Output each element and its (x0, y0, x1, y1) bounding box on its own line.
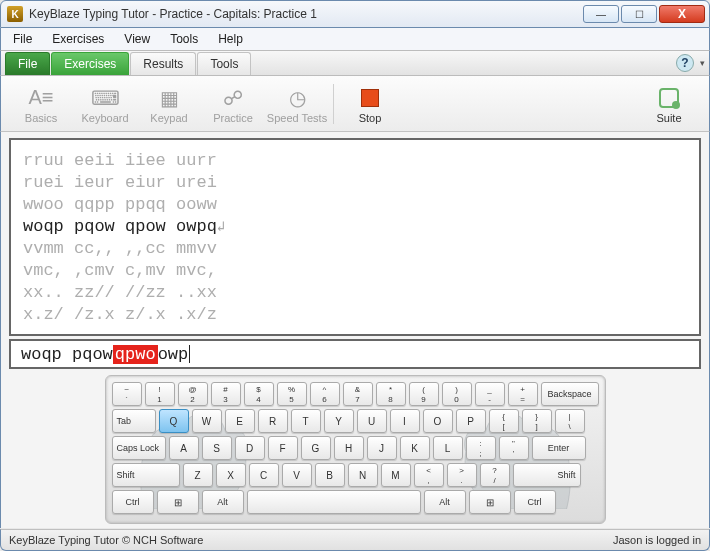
key-L[interactable]: L (433, 436, 463, 460)
key-T[interactable]: T (291, 409, 321, 433)
basics-icon: A≡ (9, 84, 73, 112)
key-alt-left[interactable]: Alt (202, 490, 244, 514)
menubar: File Exercises View Tools Help (0, 28, 710, 50)
key-,[interactable]: <, (414, 463, 444, 487)
key-0[interactable]: )0 (442, 382, 472, 406)
typed-correct: woqp pqow (21, 345, 113, 364)
menu-view[interactable]: View (116, 30, 158, 48)
key-1[interactable]: !1 (145, 382, 175, 406)
key-P[interactable]: P (456, 409, 486, 433)
typed-after: owp (158, 345, 189, 364)
key-O[interactable]: O (423, 409, 453, 433)
key-shift-left[interactable]: Shift (112, 463, 180, 487)
key-ctrl-left[interactable]: Ctrl (112, 490, 154, 514)
key-I[interactable]: I (390, 409, 420, 433)
key-6[interactable]: ^6 (310, 382, 340, 406)
key-N[interactable]: N (348, 463, 378, 487)
key-M[interactable]: M (381, 463, 411, 487)
key-capslock[interactable]: Caps Lock (112, 436, 166, 460)
key-J[interactable]: J (367, 436, 397, 460)
key-H[interactable]: H (334, 436, 364, 460)
key-[[interactable]: {[ (489, 409, 519, 433)
key-.[interactable]: >. (447, 463, 477, 487)
close-button[interactable]: X (659, 5, 705, 23)
key-tab[interactable]: Tab (112, 409, 156, 433)
practice-text-box: rruu eeii iiee uurrruei ieur eiur ureiww… (9, 138, 701, 336)
key-7[interactable]: &7 (343, 382, 373, 406)
key-5[interactable]: %5 (277, 382, 307, 406)
key-R[interactable]: R (258, 409, 288, 433)
tool-practice: ☍ Practice (201, 84, 265, 124)
text-cursor (189, 345, 190, 363)
tool-keyboard: ⌨ Keyboard (73, 84, 137, 124)
key-enter[interactable]: Enter (532, 436, 586, 460)
key-/[interactable]: ?/ (480, 463, 510, 487)
key-backspace[interactable]: Backspace (541, 382, 599, 406)
key-ctrl-right[interactable]: Ctrl (514, 490, 556, 514)
menu-exercises[interactable]: Exercises (44, 30, 112, 48)
toolbar-separator (333, 84, 334, 124)
typing-input[interactable]: woqp pqow qpwo owp (9, 339, 701, 369)
app-icon: K (7, 6, 23, 22)
key-V[interactable]: V (282, 463, 312, 487)
key-win-left[interactable]: ⊞ (157, 490, 199, 514)
stop-icon (338, 84, 402, 112)
help-button[interactable]: ? (676, 54, 694, 72)
tab-file[interactable]: File (5, 52, 50, 75)
key-F[interactable]: F (268, 436, 298, 460)
typed-error: qpwo (113, 345, 158, 364)
key-2[interactable]: @2 (178, 382, 208, 406)
key-D[interactable]: D (235, 436, 265, 460)
key-8[interactable]: *8 (376, 382, 406, 406)
status-left: KeyBlaze Typing Tutor © NCH Software (9, 534, 203, 546)
key-shift-right[interactable]: Shift (513, 463, 581, 487)
key-space[interactable] (247, 490, 421, 514)
key-=[interactable]: += (508, 382, 538, 406)
key-X[interactable]: X (216, 463, 246, 487)
key-;[interactable]: :; (466, 436, 496, 460)
menu-file[interactable]: File (5, 30, 40, 48)
key-`[interactable]: ~` (112, 382, 142, 406)
keyboard-icon: ⌨ (73, 84, 137, 112)
key-Z[interactable]: Z (183, 463, 213, 487)
keyboard-area: ~`!1@2#3$4%5^6&7*8(9)0_-+=BackspaceTabQW… (9, 375, 701, 524)
window-title: KeyBlaze Typing Tutor - Practice - Capit… (29, 7, 581, 21)
key-G[interactable]: G (301, 436, 331, 460)
tool-stop[interactable]: Stop (338, 84, 402, 124)
key--[interactable]: _- (475, 382, 505, 406)
key-Q[interactable]: Q (159, 409, 189, 433)
tab-exercises[interactable]: Exercises (51, 52, 129, 75)
key-\[interactable]: |\ (555, 409, 585, 433)
key-alt-right[interactable]: Alt (424, 490, 466, 514)
key-E[interactable]: E (225, 409, 255, 433)
key-S[interactable]: S (202, 436, 232, 460)
tool-suite[interactable]: Suite (637, 84, 701, 124)
key-'[interactable]: "' (499, 436, 529, 460)
key-C[interactable]: C (249, 463, 279, 487)
key-A[interactable]: A (169, 436, 199, 460)
tool-basics: A≡ Basics (9, 84, 73, 124)
status-right: Jason is logged in (613, 534, 701, 546)
key-][interactable]: }] (522, 409, 552, 433)
key-4[interactable]: $4 (244, 382, 274, 406)
key-U[interactable]: U (357, 409, 387, 433)
menu-help[interactable]: Help (210, 30, 251, 48)
key-B[interactable]: B (315, 463, 345, 487)
practice-line: rruu eeii iiee uurr (23, 150, 687, 172)
keypad-icon: ▦ (137, 84, 201, 112)
key-K[interactable]: K (400, 436, 430, 460)
maximize-button[interactable]: ☐ (621, 5, 657, 23)
key-W[interactable]: W (192, 409, 222, 433)
minimize-button[interactable]: — (583, 5, 619, 23)
tab-results[interactable]: Results (130, 52, 196, 75)
titlebar: K KeyBlaze Typing Tutor - Practice - Cap… (0, 0, 710, 28)
key-9[interactable]: (9 (409, 382, 439, 406)
key-Y[interactable]: Y (324, 409, 354, 433)
practice-line: wwoo qqpp ppqq ooww (23, 194, 687, 216)
key-win-right[interactable]: ⊞ (469, 490, 511, 514)
menu-tools[interactable]: Tools (162, 30, 206, 48)
status-bar: KeyBlaze Typing Tutor © NCH Software Jas… (0, 529, 710, 551)
tab-tools[interactable]: Tools (197, 52, 251, 75)
key-3[interactable]: #3 (211, 382, 241, 406)
help-dropdown-icon[interactable]: ▾ (700, 58, 705, 68)
